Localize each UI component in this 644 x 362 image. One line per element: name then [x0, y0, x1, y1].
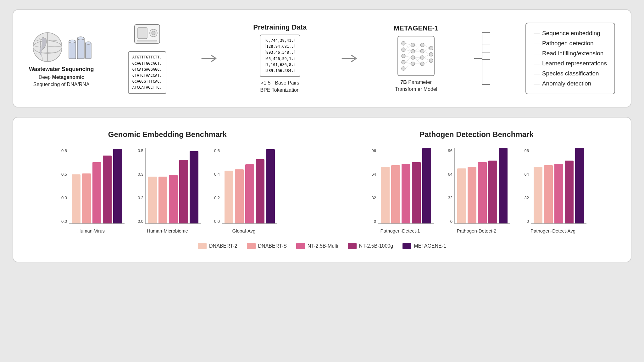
y-label: 64: [519, 172, 529, 177]
arrow-2-icon: [341, 51, 359, 66]
legend-label: METAGENE-1: [414, 243, 446, 249]
benchmarks-row: Genomic Embedding Benchmark 0.80.50.30.0…: [29, 130, 615, 233]
y-label: 96: [367, 148, 376, 153]
y-label: 0.5: [58, 172, 67, 177]
svg-point-12: [152, 31, 155, 35]
legend-item: METAGENE-1: [402, 243, 446, 249]
bar: [488, 161, 497, 223]
bar: [457, 168, 466, 223]
legend-item: DNABERT-S: [247, 243, 287, 249]
bar: [158, 177, 167, 223]
wastewater-section: Wastewater Sequencing Deep MetagenomicSe…: [29, 29, 94, 88]
y-label: 0.0: [58, 219, 67, 224]
svg-point-8: [86, 42, 91, 44]
svg-point-24: [420, 43, 424, 47]
bar: [103, 156, 112, 223]
bar: [554, 164, 563, 223]
pathogen-charts-row: 9664320Pathogen-Detect-19664320Pathogen-…: [367, 148, 586, 233]
svg-point-21: [411, 49, 415, 53]
legend-item: NT-2.5B-Multi: [296, 243, 338, 249]
bar: [381, 167, 390, 223]
bar: [92, 162, 101, 223]
y-label: 64: [443, 172, 452, 177]
x-label: Global-Avg: [232, 228, 256, 233]
y-label: 0.4: [210, 172, 220, 177]
svg-point-18: [402, 60, 405, 64]
bar: [412, 162, 421, 223]
y-axis: 0.50.30.20.0: [134, 148, 143, 224]
chart-group: 9664320Pathogen-Detect-2: [443, 148, 510, 233]
legend-color-swatch: [198, 243, 207, 249]
genomic-benchmark-section: Genomic Embedding Benchmark 0.80.50.30.0…: [29, 130, 306, 233]
x-label: Human-Microbiome: [147, 228, 188, 233]
legend-color-swatch: [402, 243, 411, 249]
bar: [169, 175, 178, 223]
bar: [468, 167, 476, 223]
bar: [575, 148, 584, 223]
y-label: 0: [443, 219, 452, 224]
svg-point-20: [411, 43, 415, 47]
pretraining-title: Pretraining Data: [253, 23, 307, 31]
bars-container: [222, 148, 277, 224]
legend-color-swatch: [296, 243, 305, 249]
sequencer-section: ATGTTTGTTCTT. GCAGTTGGCACT. GTCATGAGGAGC…: [128, 23, 166, 94]
top-panel: Wastewater Sequencing Deep MetagenomicSe…: [13, 9, 631, 107]
legend-color-swatch: [247, 243, 256, 249]
chart-group: 0.60.40.20.0Global-Avg: [210, 148, 277, 233]
bar: [82, 173, 91, 223]
svg-rect-13: [137, 40, 157, 42]
svg-rect-7: [86, 43, 91, 59]
sequencer-icon: [133, 23, 161, 48]
bar: [422, 148, 431, 223]
bars-container: [378, 148, 434, 224]
legend-label: DNABERT-2: [209, 243, 237, 249]
bar: [266, 149, 275, 223]
dna-sequence-box: ATGTTTGTTCTT. GCAGTTGGCACT. GTCATGAGGAGC…: [128, 51, 166, 94]
capability-item: Sequence embedding: [534, 28, 607, 38]
capability-item: Read infilling/extension: [534, 48, 607, 58]
metagene-label: 7B ParameterTransformer Model: [395, 79, 437, 93]
chart-group: 0.50.30.20.0Human-Microbiome: [134, 148, 201, 233]
legend-row: DNABERT-2DNABERT-SNT-2.5B-MultiNT-2.5B-1…: [29, 243, 615, 249]
legend-label: NT-2.5B-1000g: [359, 243, 393, 249]
svg-point-26: [420, 56, 424, 59]
connection-lines: [473, 27, 491, 90]
bars-container: [145, 148, 201, 224]
bar: [225, 171, 233, 223]
bars-container: [531, 148, 586, 224]
bar: [499, 148, 508, 223]
y-label: 64: [367, 172, 376, 177]
wastewater-title: Wastewater Sequencing: [29, 66, 94, 73]
wastewater-label: Deep MetagenomicSequencing of DNA/RNA: [33, 74, 90, 88]
svg-point-19: [402, 67, 405, 70]
bar: [72, 174, 80, 223]
svg-point-15: [402, 41, 405, 45]
y-label: 0.6: [210, 148, 220, 153]
bar: [565, 161, 574, 223]
y-axis: 9664320: [367, 148, 376, 224]
chart-group: 9664320Pathogen-Detect-Avg: [519, 148, 586, 233]
bar: [402, 164, 410, 223]
bar: [544, 165, 553, 223]
y-label: 96: [443, 148, 452, 153]
chart-group: 9664320Pathogen-Detect-1: [367, 148, 434, 233]
capability-item: Learned representations: [534, 58, 607, 69]
y-label: 0: [519, 219, 529, 224]
y-label: 32: [367, 195, 376, 200]
bottom-panel: Genomic Embedding Benchmark 0.80.50.30.0…: [13, 117, 631, 262]
bar: [190, 151, 198, 223]
y-axis: 9664320: [443, 148, 452, 224]
y-label: 0.3: [134, 172, 143, 177]
neural-network-icon: [397, 36, 435, 76]
svg-rect-5: [77, 38, 84, 59]
y-label: 0: [367, 219, 376, 224]
token-box: [6,744,39,41.] [128,94,681,.] [893,46,34…: [260, 35, 300, 77]
x-label: Pathogen-Detect-1: [380, 228, 420, 233]
y-axis: 0.60.40.20.0: [210, 148, 220, 224]
metagene-title: METAGENE-1: [394, 24, 439, 32]
x-label: Human-Virus: [77, 228, 105, 233]
bar: [179, 160, 188, 223]
svg-point-4: [69, 40, 76, 43]
svg-point-16: [402, 48, 405, 52]
pretraining-section: Pretraining Data [6,744,39,41.] [128,94,…: [253, 23, 307, 94]
